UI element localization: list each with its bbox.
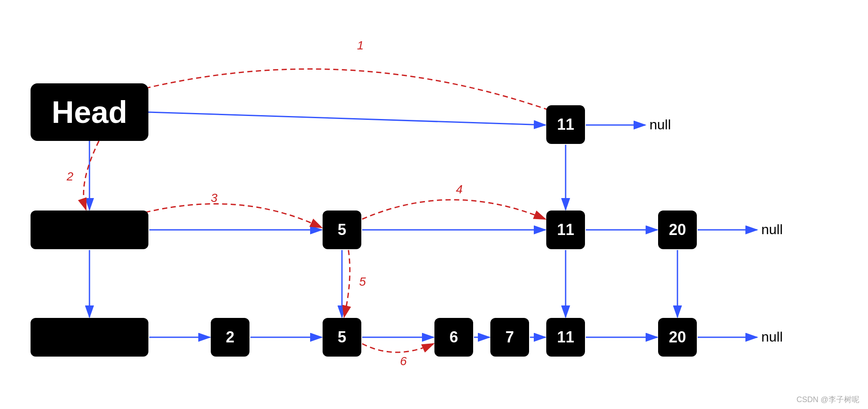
step-label-4: 4 bbox=[456, 183, 463, 196]
red-arc-1 bbox=[120, 69, 566, 116]
red-arc-5 bbox=[344, 250, 350, 317]
red-arc-2 bbox=[83, 141, 99, 210]
node-head: Head bbox=[31, 83, 148, 141]
node-row3-20-label: 20 bbox=[669, 328, 686, 346]
node-row3-11: 11 bbox=[546, 318, 585, 357]
node-row3-2: 2 bbox=[211, 318, 249, 357]
node-row3-5-label: 5 bbox=[338, 328, 346, 346]
step-label-3: 3 bbox=[211, 191, 218, 205]
node-row2-11-label: 11 bbox=[557, 221, 574, 239]
null-label-row3: null bbox=[761, 329, 783, 345]
node-row3-2-label: 2 bbox=[226, 328, 234, 346]
red-arc-6 bbox=[362, 344, 434, 352]
node-row2-5: 5 bbox=[323, 211, 361, 249]
red-arc-3 bbox=[120, 204, 322, 228]
node-row3-7-label: 7 bbox=[505, 328, 514, 346]
step-label-2: 2 bbox=[67, 170, 74, 183]
node-row2-20: 20 bbox=[658, 211, 697, 249]
node-row3-5: 5 bbox=[323, 318, 361, 357]
node-row2-n1 bbox=[31, 211, 148, 249]
step-label-5: 5 bbox=[359, 275, 366, 289]
red-arc-4 bbox=[362, 200, 545, 219]
node-row2-5-label: 5 bbox=[338, 221, 346, 239]
node-row3-n1 bbox=[31, 318, 148, 357]
step-label-1: 1 bbox=[357, 39, 364, 52]
watermark: CSDN @李子树呢 bbox=[797, 394, 859, 405]
node-head-label: Head bbox=[52, 95, 127, 130]
node-row3-20: 20 bbox=[658, 318, 697, 357]
node-row2-20-label: 20 bbox=[669, 221, 686, 239]
node-row3-11-label: 11 bbox=[557, 328, 574, 346]
node-row3-7: 7 bbox=[490, 318, 529, 357]
node-row3-6-label: 6 bbox=[449, 328, 458, 346]
null-label-row2: null bbox=[761, 222, 783, 238]
arrow-head-to-11-row0 bbox=[148, 112, 545, 125]
step-label-6: 6 bbox=[400, 354, 407, 368]
node-row2-11: 11 bbox=[546, 211, 585, 249]
node-row1-11-label: 11 bbox=[557, 116, 574, 134]
null-label-row0: null bbox=[649, 117, 671, 133]
node-row1-11: 11 bbox=[546, 105, 585, 144]
node-row3-6: 6 bbox=[434, 318, 473, 357]
diagram-container: Head 11 5 11 20 2 5 6 7 11 20 nu bbox=[0, 0, 868, 409]
